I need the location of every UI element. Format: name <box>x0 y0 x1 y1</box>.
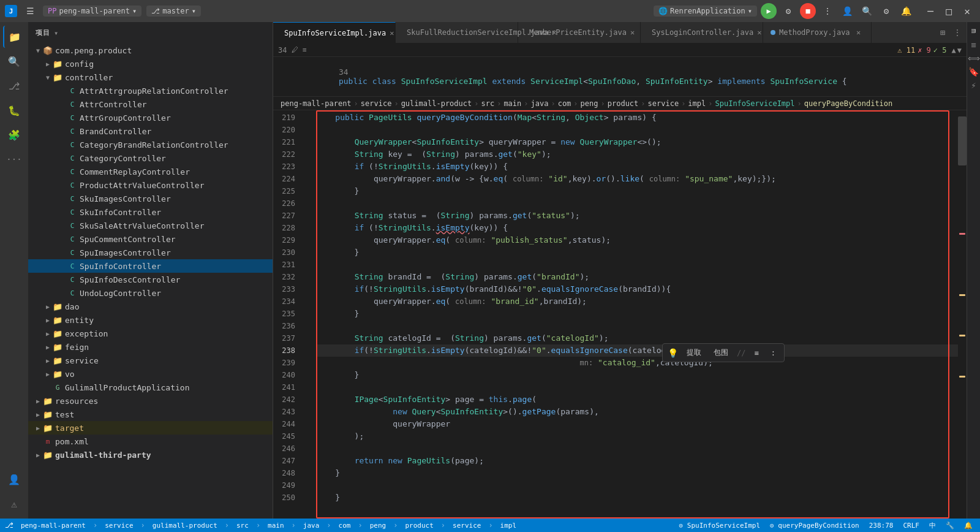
status-impl[interactable]: impl <box>498 522 519 530</box>
activity-item-warnings[interactable]: ⚠ <box>3 493 25 515</box>
tab-SkuFullReductionServiceImpl[interactable]: SkuFullReductionServiceImpl.java ✕ <box>396 22 518 43</box>
activity-item-account[interactable]: 👤 <box>3 468 25 490</box>
breadcrumb-item-0[interactable]: peng-mall-parent <box>281 99 352 108</box>
status-crlf[interactable]: CRLF <box>901 522 922 530</box>
tab-more-icon[interactable]: ⋮ <box>951 26 964 39</box>
sidebar-content[interactable]: ▼ 📦 com.peng.product ▶ 📁 config ▼ 📁 cont… <box>28 44 273 519</box>
stop-button[interactable]: ■ <box>800 3 816 19</box>
tree-item-SpuInfoDescController[interactable]: C SpuInfoDescController <box>28 273 273 286</box>
tree-item-gulimall-third-party[interactable]: ▶ 📁 gulimall-third-party <box>28 448 273 462</box>
branch-selector[interactable]: ⎇ master ▾ <box>146 6 201 17</box>
status-product2[interactable]: product <box>402 522 435 530</box>
code-area[interactable]: public PageUtils queryPageByCondition(Ma… <box>316 110 958 519</box>
breadcrumb-item-8[interactable]: product <box>608 99 639 108</box>
search-icon[interactable]: 🔍 <box>859 3 875 19</box>
tree-item-CategoryController[interactable]: C CategoryController <box>28 151 273 165</box>
tree-item-controller[interactable]: ▼ 📁 controller <box>28 70 273 84</box>
tree-item-CategoryBrandRelationController[interactable]: C CategoryBrandRelationController <box>28 138 273 151</box>
tab-split-icon[interactable]: ⊞ <box>936 26 949 39</box>
breadcrumb-item-7[interactable]: peng <box>581 99 598 108</box>
tree-item-CommentReplayController[interactable]: C CommentReplayController <box>28 165 273 178</box>
minimize-button[interactable]: ─ <box>922 3 938 19</box>
breadcrumb-item-9[interactable]: service <box>648 99 679 108</box>
tree-item-AttrAttrgroupRelationController[interactable]: C AttrAttrgroupRelationController <box>28 84 273 97</box>
scrollbar-right[interactable] <box>958 110 967 519</box>
activity-item-explorer[interactable]: 📁 <box>3 26 25 48</box>
popup-btn-wrap[interactable]: 包围 <box>710 346 732 359</box>
close-button[interactable]: ✕ <box>959 3 975 19</box>
tree-item-feign[interactable]: ▶ 📁 feign <box>28 340 273 354</box>
gear-icon[interactable]: ⚙ <box>878 3 894 19</box>
tab-close-icon[interactable]: ✕ <box>390 28 394 38</box>
collapse-icon[interactable]: ▼ <box>957 46 962 55</box>
status-service[interactable]: service <box>102 522 135 530</box>
breadcrumb-item-2[interactable]: gulimall-product <box>401 99 472 108</box>
breadcrumb-item-class[interactable]: SpuInfoServiceImpl <box>715 99 795 108</box>
tree-item-SpuInfoController[interactable]: C SpuInfoController <box>28 259 273 273</box>
status-method[interactable]: ⊙ queryPageByCondition <box>767 522 862 530</box>
notification-icon[interactable]: 🔔 <box>898 3 914 19</box>
tab-SysLoginController[interactable]: SysLoginController.java ✕ <box>641 22 763 43</box>
tree-item-com-peng-product[interactable]: ▼ 📦 com.peng.product <box>28 44 273 57</box>
tree-item-resources[interactable]: ▶ 📁 resources <box>28 394 273 408</box>
tree-item-UndoLogController[interactable]: C UndoLogController <box>28 286 273 300</box>
breadcrumb-item-5[interactable]: java <box>531 99 549 108</box>
run-button[interactable]: ▶ <box>761 3 777 19</box>
ok-count[interactable]: ✓ 5 <box>933 46 947 55</box>
status-java[interactable]: java <box>301 522 322 530</box>
status-service2[interactable]: service <box>450 522 483 530</box>
error-count[interactable]: ✗ 9 <box>918 46 931 55</box>
tab-SpuInfoServiceImpl[interactable]: SpuInfoServiceImpl.java ✕ <box>273 22 396 43</box>
tab-close-icon[interactable]: ✕ <box>630 28 635 37</box>
breadcrumb-item-4[interactable]: main <box>503 99 521 108</box>
activity-item-more[interactable]: ··· <box>3 148 25 170</box>
tab-close-icon[interactable]: ✕ <box>854 28 864 37</box>
status-line-col[interactable]: 238:78 <box>867 522 896 530</box>
status-com[interactable]: com <box>336 522 353 530</box>
tree-item-SpuImagesController[interactable]: C SpuImagesController <box>28 246 273 259</box>
warning-count[interactable]: ⚠ 11 <box>897 46 915 55</box>
tree-item-SpuCommentController[interactable]: C SpuCommentController <box>28 232 273 246</box>
tree-item-entity[interactable]: ▶ 📁 entity <box>28 313 273 327</box>
status-project[interactable]: peng-mall-parent <box>18 522 88 530</box>
status-product[interactable]: gulimall-product <box>150 522 220 530</box>
status-lang-icon[interactable]: 中 <box>927 521 938 530</box>
status-peng[interactable]: peng <box>368 522 389 530</box>
tab-close-icon[interactable]: ✕ <box>757 28 761 37</box>
breadcrumb-item-1[interactable]: service <box>361 99 392 108</box>
popup-btn-more[interactable]: : <box>767 348 779 359</box>
status-extra-2[interactable]: 🔔 <box>962 522 975 530</box>
breadcrumb-item-6[interactable]: com <box>558 99 571 108</box>
activity-item-search[interactable]: 🔍 <box>3 50 25 72</box>
tree-item-SkuInfoController[interactable]: C SkuInfoController <box>28 205 273 219</box>
right-panel-icon-2[interactable]: ≡ <box>968 39 979 50</box>
activity-item-extensions[interactable]: 🧩 <box>3 124 25 146</box>
right-panel-icon-3[interactable]: ⟺ <box>968 53 979 64</box>
hamburger-icon[interactable]: ☰ <box>22 3 38 19</box>
tree-item-dao[interactable]: ▶ 📁 dao <box>28 300 273 313</box>
more-options-icon[interactable]: ⋮ <box>820 3 835 19</box>
right-panel-icon-5[interactable]: ⚡ <box>968 80 979 91</box>
project-selector[interactable]: PP peng-mall-parent ▾ <box>43 6 141 17</box>
tree-item-SkuImagesController[interactable]: C SkuImagesController <box>28 192 273 205</box>
tree-item-BrandController[interactable]: C BrandController <box>28 124 273 138</box>
tree-item-ProductAttrValueController[interactable]: C ProductAttrValueController <box>28 178 273 192</box>
tree-item-AttrController[interactable]: C AttrController <box>28 97 273 111</box>
right-panel-icon-1[interactable]: m <box>968 26 979 37</box>
tree-item-vo[interactable]: ▶ 📁 vo <box>28 367 273 381</box>
tree-item-AttrGroupController[interactable]: C AttrGroupController <box>28 111 273 124</box>
expand-icon[interactable]: ▲ <box>952 46 956 55</box>
breadcrumb-item-method[interactable]: queryPageByCondition <box>804 99 893 108</box>
popup-btn-extract[interactable]: 提取 <box>683 346 705 359</box>
tree-item-service[interactable]: ▶ 📁 service <box>28 354 273 367</box>
tree-item-exception[interactable]: ▶ 📁 exception <box>28 327 273 340</box>
tree-item-SkuSaleAttrValueController[interactable]: C SkuSaleAttrValueController <box>28 219 273 232</box>
activity-item-debug[interactable]: 🐛 <box>3 99 25 121</box>
activity-item-source-control[interactable]: ⎇ <box>3 75 25 97</box>
status-extra-1[interactable]: 🔧 <box>943 522 957 530</box>
tree-item-GulimallProductApplication[interactable]: G GulimallProductApplication <box>28 381 273 394</box>
settings-icon[interactable]: ⚙ <box>780 3 796 19</box>
status-main[interactable]: main <box>265 522 287 530</box>
status-src[interactable]: src <box>234 522 251 530</box>
breadcrumb-item-3[interactable]: src <box>481 99 494 108</box>
